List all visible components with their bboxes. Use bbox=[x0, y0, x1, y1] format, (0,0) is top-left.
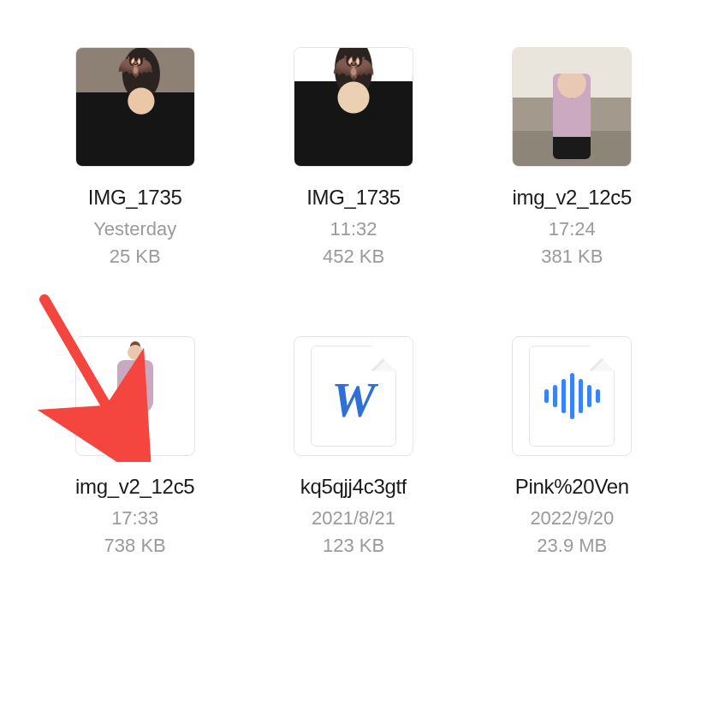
file-time: 11:32 bbox=[330, 218, 377, 240]
bat-overlay-icon: 🦇 bbox=[332, 50, 375, 84]
file-thumbnail: 🦇 bbox=[294, 47, 413, 167]
file-name: IMG_1735 bbox=[306, 186, 401, 210]
image-thumbnail: 🦇 bbox=[76, 48, 194, 166]
file-size: 738 KB bbox=[104, 535, 166, 557]
image-thumbnail: 🦇 bbox=[294, 48, 413, 166]
file-size: 123 KB bbox=[323, 535, 384, 557]
file-name: img_v2_12c5 bbox=[513, 186, 632, 210]
file-thumbnail: 🦇 bbox=[75, 47, 195, 167]
file-item[interactable]: img_v2_12c5 17:24 381 KB bbox=[480, 47, 664, 268]
file-thumbnail bbox=[512, 336, 632, 456]
file-thumbnail: W bbox=[294, 336, 413, 456]
file-item[interactable]: 🦇 IMG_1735 Yesterday 25 KB bbox=[43, 47, 227, 268]
file-name: Pink%20Ven bbox=[515, 475, 629, 499]
file-name: IMG_1735 bbox=[88, 186, 182, 210]
file-name: kq5qjj4c3gtf bbox=[300, 475, 407, 499]
file-time: 17:24 bbox=[549, 218, 596, 240]
file-time: 17:33 bbox=[111, 507, 158, 530]
image-thumbnail bbox=[116, 345, 155, 447]
file-thumbnail bbox=[75, 336, 195, 456]
file-time: 2021/8/21 bbox=[312, 507, 395, 530]
file-size: 23.9 MB bbox=[537, 535, 607, 557]
file-item[interactable]: 🦇 IMG_1735 11:32 452 KB bbox=[261, 47, 445, 268]
file-size: 381 KB bbox=[541, 246, 603, 268]
bat-overlay-icon: 🦇 bbox=[117, 51, 153, 80]
file-item[interactable]: Pink%20Ven 2022/9/20 23.9 MB bbox=[480, 336, 664, 557]
file-item[interactable]: W kq5qjj4c3gtf 2021/8/21 123 KB bbox=[261, 336, 445, 557]
audio-waveform-icon bbox=[544, 373, 600, 419]
file-time: 2022/9/20 bbox=[530, 507, 614, 530]
audio-file-icon bbox=[529, 346, 615, 447]
word-letter: W bbox=[331, 371, 376, 429]
file-grid: 🦇 IMG_1735 Yesterday 25 KB 🦇 IMG_1735 11… bbox=[0, 0, 707, 591]
file-item[interactable]: img_v2_12c5 17:33 738 KB bbox=[43, 336, 227, 557]
word-document-icon: W bbox=[311, 346, 396, 447]
file-size: 452 KB bbox=[323, 246, 384, 268]
image-thumbnail bbox=[513, 48, 631, 166]
file-time: Yesterday bbox=[93, 218, 176, 240]
file-thumbnail bbox=[512, 47, 632, 167]
file-name: img_v2_12c5 bbox=[75, 475, 194, 499]
file-size: 25 KB bbox=[110, 246, 161, 268]
